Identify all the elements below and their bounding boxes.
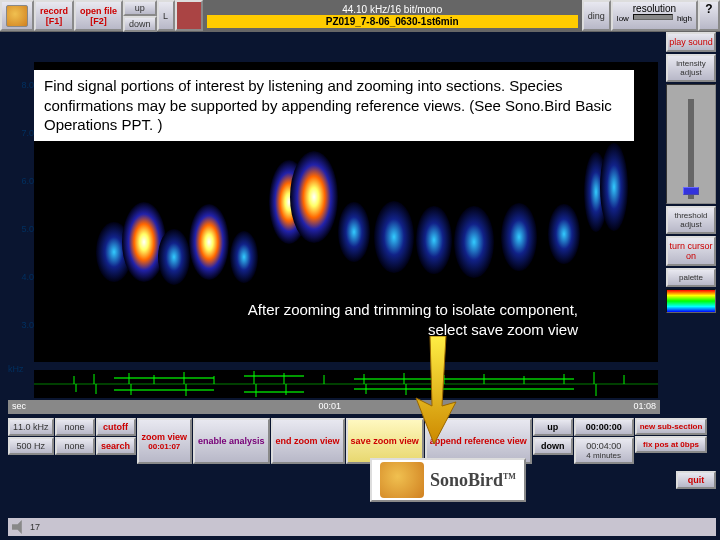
svg-point-4 bbox=[189, 204, 229, 280]
zoom-view-label: zoom view bbox=[142, 432, 188, 442]
overlay2-line2: select save zoom view bbox=[148, 320, 578, 340]
time-axis: sec 00:01 01:08 bbox=[8, 400, 660, 414]
down-button[interactable]: down bbox=[123, 16, 157, 32]
resolution-label: resolution bbox=[633, 3, 676, 14]
speaker-icon[interactable] bbox=[12, 520, 26, 534]
search-button[interactable]: search bbox=[96, 437, 136, 455]
up-button[interactable]: up bbox=[123, 0, 157, 16]
top-toolbar: record [F1] open file [F2] up down L 44.… bbox=[0, 0, 720, 32]
svg-point-15 bbox=[600, 143, 628, 231]
ytick: 3.0 bbox=[21, 320, 34, 330]
intensity-slider[interactable] bbox=[666, 84, 716, 204]
app-window: record [F1] open file [F2] up down L 44.… bbox=[0, 0, 720, 540]
fix-pos-button[interactable]: fix pos at 0bps bbox=[635, 436, 708, 453]
res-high-label: high bbox=[677, 14, 692, 23]
open-key: [F2] bbox=[90, 16, 107, 26]
ytick: 8.0 bbox=[21, 80, 34, 90]
ding-button[interactable]: ding bbox=[582, 0, 611, 31]
bird-logo-icon bbox=[380, 462, 424, 498]
freq-low-field[interactable]: 500 Hz bbox=[8, 437, 54, 455]
palette-label: palette bbox=[666, 268, 716, 287]
filter-none-select[interactable]: none bbox=[55, 418, 95, 436]
cursor-toggle-button[interactable]: turn cursor on bbox=[666, 236, 716, 266]
enable-analysis-button[interactable]: enable analysis bbox=[193, 418, 270, 464]
duration-value: 00:04:00 bbox=[579, 441, 629, 451]
palette-swatch[interactable] bbox=[666, 289, 716, 313]
resolution-slider[interactable] bbox=[633, 14, 673, 20]
open-label: open file bbox=[80, 6, 117, 16]
ytick: 7.0 bbox=[21, 128, 34, 138]
pointer-arrow-icon bbox=[412, 336, 472, 446]
logo-row: SonoBirdTM quit bbox=[370, 458, 716, 502]
svg-point-7 bbox=[290, 151, 338, 243]
open-file-button[interactable]: open file [F2] bbox=[74, 0, 123, 31]
svg-point-10 bbox=[416, 206, 452, 274]
slider-thumb-icon[interactable] bbox=[683, 187, 699, 195]
end-zoom-view-button[interactable]: end zoom view bbox=[271, 418, 345, 464]
sonobird-logo: SonoBirdTM bbox=[370, 458, 526, 502]
cutoff-button[interactable]: cutoff bbox=[96, 418, 136, 436]
time-end: 01:08 bbox=[633, 401, 656, 413]
logo-text: SonoBirdTM bbox=[430, 470, 516, 491]
svg-point-12 bbox=[501, 203, 537, 271]
channel-l-button[interactable]: L bbox=[157, 0, 175, 31]
zoom-view-button[interactable]: zoom view 00:01:07 bbox=[137, 418, 193, 464]
ytick: 4.0 bbox=[21, 272, 34, 282]
time-label: sec bbox=[12, 401, 26, 413]
threshold-adjust-label: threshold adjust bbox=[666, 206, 716, 234]
ytick: 6.0 bbox=[21, 176, 34, 186]
svg-point-2 bbox=[122, 202, 166, 282]
time-start: 00:01 bbox=[318, 401, 341, 413]
res-low-label: low bbox=[617, 14, 629, 23]
record-key: [F1] bbox=[46, 16, 63, 26]
svg-point-5 bbox=[230, 231, 258, 283]
ytick: 5.0 bbox=[21, 224, 34, 234]
intensity-adjust-label: intensity adjust bbox=[666, 54, 716, 82]
timestamp-display: 00:00:00 bbox=[574, 418, 634, 436]
quit-button[interactable]: quit bbox=[676, 471, 716, 489]
rec-indicator bbox=[175, 0, 203, 31]
resolution-block[interactable]: resolution low high bbox=[611, 0, 698, 31]
help-button[interactable]: ? bbox=[698, 0, 720, 31]
instruction-overlay-1: Find signal portions of interest by list… bbox=[34, 70, 634, 141]
svg-marker-17 bbox=[416, 336, 456, 444]
y-axis: 8.0 7.0 6.0 5.0 4.0 3.0 kHz bbox=[8, 62, 34, 362]
overlay2-line1: After zooming and trimming to isolate co… bbox=[148, 300, 578, 320]
svg-point-3 bbox=[158, 229, 190, 285]
filename-label: PZ019_7-8-06_0630-1st6min bbox=[207, 15, 578, 28]
new-subsection-button[interactable]: new sub-section bbox=[635, 418, 708, 435]
svg-point-8 bbox=[338, 202, 370, 262]
status-bar: 17 bbox=[8, 518, 716, 536]
right-toolbar: play sound intensity adjust threshold ad… bbox=[666, 32, 716, 313]
instruction-overlay-2: After zooming and trimming to isolate co… bbox=[148, 300, 578, 339]
svg-point-9 bbox=[374, 201, 414, 273]
format-filename-block: 44.10 kHz/16 bit/mono PZ019_7-8-06_0630-… bbox=[203, 0, 582, 31]
scroll-down-button[interactable]: down bbox=[533, 437, 573, 455]
waveform-view[interactable] bbox=[34, 370, 658, 398]
svg-point-13 bbox=[548, 204, 580, 264]
svg-point-11 bbox=[454, 206, 494, 278]
bird-icon-button[interactable] bbox=[0, 0, 34, 31]
audio-format-label: 44.10 kHz/16 bit/mono bbox=[207, 4, 578, 15]
zoom-value: 00:01:07 bbox=[142, 442, 188, 451]
slide-number: 17 bbox=[30, 522, 40, 532]
record-label: record bbox=[40, 6, 68, 16]
filter-none-select-2[interactable]: none bbox=[55, 437, 95, 455]
record-button[interactable]: record [F1] bbox=[34, 0, 74, 31]
freq-high-field[interactable]: 11.0 kHz bbox=[8, 418, 54, 436]
waveform-svg bbox=[34, 370, 658, 398]
scroll-up-button[interactable]: up bbox=[533, 418, 573, 436]
play-sound-button[interactable]: play sound bbox=[666, 32, 716, 52]
bird-icon bbox=[6, 5, 28, 27]
y-unit: kHz bbox=[8, 364, 34, 374]
